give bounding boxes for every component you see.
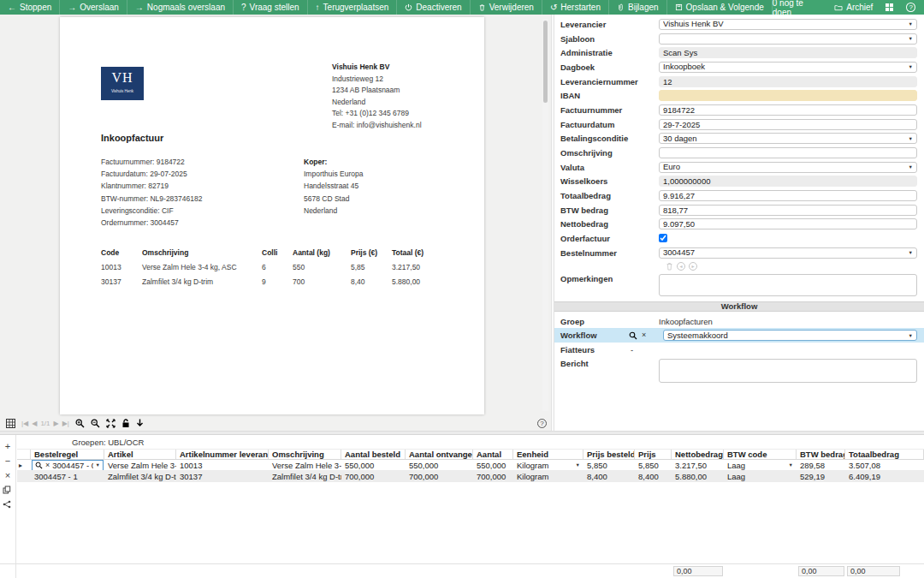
viewer-scrollbar[interactable] [542, 19, 548, 411]
groep-label: Groep [560, 317, 659, 326]
move-back-button[interactable]: ↑ Terugverplaatsen [308, 0, 398, 15]
col-prijs[interactable]: Prijs [635, 450, 672, 459]
clear-icon[interactable]: × [45, 462, 50, 469]
supplier-street: Industrieweg 12 [332, 74, 469, 86]
grid-apps-icon[interactable] [885, 3, 894, 12]
totaalbedrag-input[interactable] [659, 190, 917, 201]
eenheid-dropdown[interactable]: Kilogram [517, 461, 580, 470]
deactivate-button[interactable]: Deactiveren [397, 0, 470, 15]
help-icon[interactable]: ? [906, 3, 915, 12]
col-prijs-besteld[interactable]: Prijs besteld [583, 450, 635, 459]
lock-icon[interactable] [121, 419, 130, 428]
trash-icon[interactable] [666, 262, 673, 271]
next-page-icon[interactable]: ▶ [54, 420, 59, 427]
zoom-out-icon[interactable] [91, 419, 100, 428]
field-administratie: Administratie Scan Sys [554, 45, 924, 60]
stop-label: Stoppen [20, 3, 51, 12]
vat-number-line: BTW-nummer: NL9-283746182 [101, 193, 202, 205]
question-icon: ? [241, 3, 246, 12]
skip-again-label: Nogmaals overslaan [147, 3, 225, 12]
save-next-button[interactable]: Opslaan & Volgende [667, 0, 773, 15]
bestelnummer-select[interactable]: 3004457 [659, 247, 917, 259]
arrow-right-icon: → [68, 3, 76, 12]
add-row-icon[interactable]: + [3, 442, 13, 450]
leverancier-label: Leverancier [560, 20, 659, 29]
opmerkingen-label: Opmerkingen [560, 274, 659, 283]
btw-code-dropdown[interactable]: Laag [727, 461, 793, 470]
copy-icon[interactable] [3, 486, 13, 494]
next-order-icon[interactable]: ▸ [689, 262, 697, 271]
buyer-block: Koper: Importhuis Europa Handelsstraat 4… [304, 156, 363, 217]
skip-button[interactable]: → Overslaan [60, 0, 127, 15]
fiatteurs-value: - [631, 345, 633, 355]
col-aantal-besteld[interactable]: Aantal besteld [341, 450, 406, 459]
thumbnails-icon[interactable] [6, 419, 15, 428]
dagboek-select[interactable]: Inkoopboek [659, 62, 917, 73]
col-bestelregel[interactable]: Bestelregel [31, 450, 104, 459]
first-page-icon[interactable]: |◀ [21, 420, 28, 427]
col-aantal[interactable]: Aantal [473, 450, 513, 459]
grid-row-selected[interactable]: ▸ × 3004457 - 0 Verse Zalm Hele 3-4 k 10… [17, 460, 924, 471]
btw-bedrag-input[interactable] [659, 205, 917, 216]
factuurdatum-input[interactable] [659, 119, 917, 130]
col-artikelnummer-leverancier[interactable]: Artikelnummer leverancier [176, 450, 269, 459]
field-totaalbedrag: Totaalbedrag [554, 188, 924, 203]
wisselkoers-label: Wisselkoers [560, 176, 659, 186]
search-icon[interactable] [629, 331, 637, 340]
administratie-value: Scan Sys [659, 47, 917, 58]
restart-button[interactable]: ↺ Herstarten [542, 0, 609, 15]
attachments-button[interactable]: Bijlagen [609, 0, 667, 15]
workflow-select[interactable]: Systeemakkoord [663, 330, 917, 341]
betalingsconditie-select[interactable]: 30 dagen [659, 133, 917, 144]
grid-group-label[interactable]: Groepen: UBL/OCR [17, 435, 924, 450]
dagboek-label: Dagboek [560, 63, 659, 72]
buyer-heading: Koper: [304, 156, 363, 168]
clear-icon[interactable]: × [642, 331, 646, 339]
prev-page-icon[interactable]: ◀ [32, 420, 37, 427]
valuta-select[interactable]: Euro [659, 162, 917, 173]
viewer-help-icon[interactable]: ? [537, 419, 547, 428]
fit-page-icon[interactable] [106, 419, 116, 428]
leverancier-select[interactable]: Vishuis Henk BV [659, 19, 917, 30]
col-aantal-ontvangen[interactable]: Aantal ontvangen [406, 450, 473, 459]
col-btw-code[interactable]: BTW code [724, 450, 797, 459]
prev-order-icon[interactable]: ◂ [677, 262, 685, 271]
col-totaalbedrag[interactable]: Totaalbedrag [845, 450, 924, 459]
last-page-icon[interactable]: ▶| [62, 420, 69, 427]
col-artikel[interactable]: Artikel [104, 450, 176, 459]
nettobedrag-input[interactable] [659, 218, 917, 229]
col-colli: Colli [262, 248, 293, 257]
stop-button[interactable]: ← Stoppen [0, 0, 60, 15]
grid-row[interactable]: 3004457 - 1 Zalmfilet 3/4 kg D-trim 3013… [17, 471, 924, 482]
orderfactuur-checkbox[interactable] [659, 234, 667, 242]
active-row-marker-icon: ▸ [19, 462, 22, 469]
skip-again-button[interactable]: → Nogmaals overslaan [127, 0, 234, 15]
col-btw-bedrag[interactable]: BTW bedrag [797, 450, 845, 459]
omschrijving-label: Omschrijving [560, 148, 659, 158]
remove-row-icon[interactable]: − [3, 456, 13, 465]
omschrijving-input[interactable] [659, 147, 917, 158]
delete-button[interactable]: Verwijderen [471, 0, 542, 15]
factuurnummer-input[interactable] [659, 104, 917, 116]
split-icon[interactable] [3, 500, 13, 509]
bestelregel-combo[interactable]: × 3004457 - 0 [32, 460, 104, 470]
deactivate-label: Deactiveren [416, 3, 461, 12]
opmerkingen-textarea[interactable] [659, 274, 917, 296]
col-eenheid[interactable]: Eenheid [513, 450, 583, 459]
ask-question-button[interactable]: ? Vraag stellen [234, 0, 308, 15]
zoom-in-icon[interactable] [75, 419, 85, 428]
col-nettobedrag[interactable]: Nettobedrag [672, 450, 724, 459]
grid-sidebar: + − × [0, 435, 16, 578]
order-lines-grid: Groepen: UBL/OCR Bestelregel Artikel Art… [17, 435, 924, 578]
sjabloon-select[interactable] [659, 33, 917, 45]
field-leveranciernummer: Leveranciernummer 12 [554, 74, 924, 89]
download-icon[interactable] [136, 419, 144, 428]
col-omschrijving[interactable]: Omschrijving [269, 450, 341, 459]
search-icon[interactable] [35, 462, 43, 469]
delete-row-icon[interactable]: × [3, 471, 13, 480]
archive-button[interactable]: Archief [834, 3, 873, 12]
page-navigation[interactable]: |◀ ◀ 1/1 ▶ ▶| [21, 420, 69, 427]
bericht-textarea[interactable] [659, 359, 917, 383]
viewer-scrollbar-thumb[interactable] [543, 21, 548, 103]
iban-input[interactable] [659, 90, 917, 101]
